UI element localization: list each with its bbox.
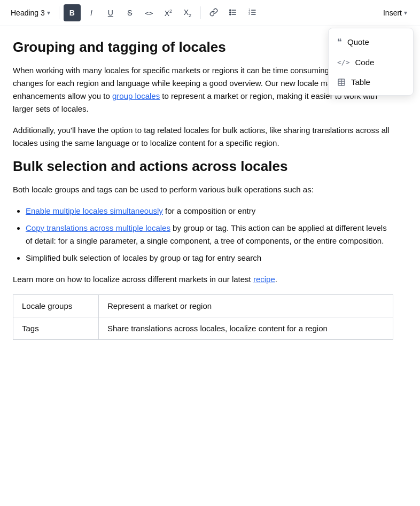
locale-table: Locale groups Represent a market or regi… — [13, 294, 393, 340]
list-item: Copy translations across multiple locale… — [26, 222, 393, 247]
code-inline-button[interactable]: <> — [141, 4, 158, 21]
insert-label: Insert — [383, 9, 402, 17]
group-locales-link[interactable]: group locales — [112, 91, 160, 100]
heading-bulk: Bulk selection and actions across locale… — [13, 158, 393, 175]
insert-button[interactable]: Insert ▾ — [377, 6, 414, 19]
copy-translations-link[interactable]: Copy translations across multiple locale… — [26, 223, 170, 232]
subscript-button[interactable]: X2 — [179, 4, 196, 21]
ordered-list-button[interactable]: 1 2 3 — [244, 4, 261, 21]
svg-point-4 — [229, 12, 230, 13]
dropdown-item-quote[interactable]: ❝ Quote — [329, 32, 413, 52]
heading-selector[interactable]: Heading 3 ▾ — [6, 6, 55, 19]
superscript-icon: X2 — [165, 9, 172, 18]
table-cell-tags-value: Share translations across locales, local… — [99, 317, 393, 340]
insert-dropdown-menu: ❝ Quote </> Code Table — [328, 28, 414, 96]
bold-button[interactable]: B — [64, 4, 81, 21]
dropdown-item-table[interactable]: Table — [329, 72, 413, 92]
bullet-list-button[interactable] — [224, 4, 242, 21]
bullet-list-icon — [229, 8, 237, 18]
table-row: Tags Share translations across locales, … — [13, 317, 393, 340]
table-cell-tags-label: Tags — [13, 317, 99, 340]
ordered-list-icon: 1 2 3 — [248, 8, 256, 18]
insert-chevron-icon: ▾ — [404, 9, 407, 17]
strikethrough-button[interactable]: S — [121, 4, 138, 21]
dropdown-item-code-label: Code — [355, 58, 374, 67]
list-item-3-text: Simplified bulk selection of locales by … — [26, 253, 261, 262]
recipe-link[interactable]: recipe — [253, 275, 275, 284]
list-item: Simplified bulk selection of locales by … — [26, 252, 393, 264]
underline-icon: U — [108, 9, 113, 17]
italic-button[interactable]: I — [83, 4, 100, 21]
toolbar-divider-2 — [200, 6, 201, 19]
paragraph-4-pre: Learn more on how to localize across dif… — [13, 275, 253, 284]
superscript-button[interactable]: X2 — [160, 4, 177, 21]
dropdown-item-code[interactable]: </> Code — [329, 52, 413, 72]
paragraph-2: Additionally, you'll have the option to … — [13, 124, 393, 150]
list-item-1-text: for a composition or entry — [163, 206, 255, 215]
dropdown-item-quote-label: Quote — [347, 37, 369, 46]
link-icon — [209, 8, 218, 18]
bold-icon: B — [69, 9, 75, 17]
code-inline-icon: <> — [145, 9, 153, 17]
code-icon: </> — [337, 58, 349, 66]
paragraph-4-post: . — [275, 275, 277, 284]
table-icon — [337, 78, 346, 87]
subscript-icon: X2 — [184, 8, 191, 18]
list-item: Enable multiple locales simultaneously f… — [26, 205, 393, 217]
bulk-actions-list: Enable multiple locales simultaneously f… — [26, 205, 393, 264]
quote-icon: ❝ — [337, 37, 342, 47]
dropdown-item-table-label: Table — [351, 77, 370, 87]
table-row: Locale groups Represent a market or regi… — [13, 295, 393, 317]
svg-point-3 — [229, 10, 230, 11]
paragraph-4: Learn more on how to localize across dif… — [13, 273, 393, 286]
toolbar-divider-1 — [59, 6, 59, 19]
link-button[interactable] — [205, 4, 222, 21]
toolbar: Heading 3 ▾ B I U S <> X2 X2 — [0, 0, 420, 26]
enable-locales-link[interactable]: Enable multiple locales simultaneously — [26, 206, 163, 215]
table-cell-locale-groups-value: Represent a market or region — [99, 295, 393, 317]
svg-point-5 — [229, 14, 230, 15]
table-cell-locale-groups-label: Locale groups — [13, 295, 99, 317]
svg-text:3: 3 — [248, 13, 250, 15]
paragraph-3: Both locale groups and tags can be used … — [13, 183, 393, 196]
italic-icon: I — [90, 9, 92, 17]
underline-button[interactable]: U — [102, 4, 119, 21]
strikethrough-icon: S — [127, 9, 132, 17]
heading-label: Heading 3 — [11, 9, 45, 17]
heading-chevron-icon: ▾ — [47, 9, 50, 17]
